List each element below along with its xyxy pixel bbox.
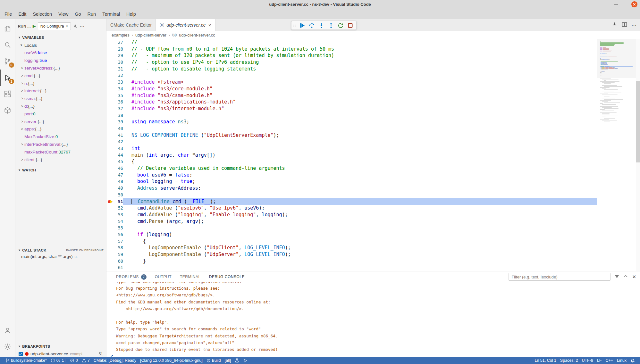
code-line[interactable]: 37#include "ns3/internet-module.h" [106,105,597,112]
gutter-glyph[interactable] [106,132,114,139]
code-line[interactable]: 42 [106,138,597,145]
panel-tab-output[interactable]: OUTPUT [155,271,172,282]
explorer-icon[interactable] [0,21,15,37]
variable-row[interactable]: >internet: {...} [15,87,106,95]
code-line[interactable]: 61 [106,264,597,271]
code-line[interactable]: 48 bool logging = true; [106,178,597,185]
code-line[interactable]: 50 [106,192,597,198]
errors-count[interactable]: 0 [68,357,80,364]
run-debug-icon[interactable]: 1 [0,70,15,86]
watch-header[interactable]: ▼ WATCH [15,166,106,174]
menu-go[interactable]: Go [72,9,84,19]
code-line[interactable]: 41NS_LOG_COMPONENT_DEFINE ("UdpClientSer… [106,132,597,139]
variable-row[interactable]: >serverAddress: {...} [15,64,106,72]
gutter-glyph[interactable] [106,231,114,238]
gutter-glyph[interactable] [106,52,114,59]
variable-row[interactable]: logging: true [15,57,106,64]
debug-console-output[interactable]: Type "show configuration" for configurat… [106,282,640,353]
gutter-glyph[interactable] [106,92,114,99]
sync-status[interactable]: 0↓ 1↑ [49,357,68,364]
code-line[interactable]: 51 CommandLine cmd (__FILE__); [106,198,597,205]
debug-filter-input[interactable] [509,273,611,281]
code-line[interactable]: 43int [106,145,597,152]
code-line[interactable]: 45{ [106,158,597,165]
step-out-icon[interactable] [327,21,335,29]
gutter-glyph[interactable] [106,105,114,112]
variable-row[interactable]: >server: {...} [15,118,106,125]
package-icon[interactable] [0,102,15,119]
variable-row[interactable]: useV6: false [15,49,106,57]
warnings-count[interactable]: 7 [80,357,92,364]
close-panel-icon[interactable]: ✕ [632,274,636,280]
breadcrumb-folder[interactable]: udp-client-server [135,33,166,37]
menu-edit[interactable]: Edit [15,9,29,19]
gutter-glyph[interactable] [106,264,114,271]
code-line[interactable]: 47 bool useV6 = false; [106,172,597,178]
search-icon[interactable] [0,37,15,53]
panel-tab-debug-console[interactable]: DEBUG CONSOLE [209,271,245,282]
menu-terminal[interactable]: Terminal [99,9,123,19]
gutter-glyph[interactable] [106,225,114,231]
more-actions-icon[interactable]: ··· [80,24,85,29]
variable-row[interactable]: MaxPacketSize: 0 [15,133,106,141]
tab-cmake-cache-editor[interactable]: CMake Cache Editor [106,19,156,31]
gutter-glyph[interactable] [106,211,114,218]
restart-icon[interactable] [336,21,345,29]
variable-row[interactable]: >apps: {...} [15,125,106,133]
cmake-test-button[interactable] [233,357,241,364]
tab-udp-client-server[interactable]: C udp-client-server.cc × [156,19,215,31]
gutter-glyph[interactable] [106,59,114,66]
gutter-glyph[interactable] [106,258,114,265]
minimap[interactable] [597,39,636,271]
eol-status[interactable]: LF [595,357,604,364]
gutter-glyph[interactable] [106,205,114,211]
code-line[interactable]: 32 [106,72,597,79]
gutter-glyph[interactable] [106,244,114,251]
chevron-up-icon[interactable] [623,274,628,280]
cmake-kit[interactable]: [Clang 12.0.0 x86_64-pc-linux-gnu] [138,357,205,364]
cmake-build-target[interactable]: [all] [223,357,232,364]
scope-locals[interactable]: ▼ Locals [15,41,106,49]
gutter-glyph[interactable] [106,138,114,145]
gutter-glyph[interactable] [106,251,114,258]
code-line[interactable]: 36#include "ns3/applications-module.h" [106,99,597,105]
toolbar-grip[interactable] [292,21,297,29]
code-line[interactable]: 60 } [106,258,597,265]
code-line[interactable]: 38 [106,112,597,119]
call-stack-header[interactable]: ▼ CALL STACK PAUSED ON BREAKPOINT [15,246,106,254]
code-line[interactable]: 34#include "ns3/core-module.h" [106,86,597,92]
variables-header[interactable]: ▼ VARIABLES [15,33,106,41]
panel-tab-problems[interactable]: PROBLEMS7 [116,271,147,282]
gutter-glyph[interactable] [106,152,114,159]
code-line[interactable]: 39using namespace ns3; [106,119,597,125]
code-line[interactable]: 57 { [106,238,597,245]
code-line[interactable]: 59 LogComponentEnable ("UdpServer", LOG_… [106,251,597,258]
account-icon[interactable] [0,322,15,339]
code-line[interactable]: 58 LogComponentEnable ("UdpClient", LOG_… [106,244,597,251]
close-tab-icon[interactable]: × [208,22,211,28]
code-line[interactable]: 28// - UDP flow from n0 to n1 of 1024 by… [106,46,597,53]
continue-icon[interactable] [298,21,306,29]
code-line[interactable]: 54 cmd.Parse (argc, argv); [106,218,597,225]
code-line[interactable]: 27// [106,39,597,46]
variable-row[interactable]: >d: {...} [15,103,106,110]
language-mode[interactable]: C++ [603,357,615,364]
git-branch-status[interactable]: buildsystem-cmake* [3,357,49,364]
variable-row[interactable]: >interPacketInterval: {...} [15,141,106,148]
current-line-breakpoint-icon[interactable] [106,198,114,205]
gutter-glyph[interactable] [106,218,114,225]
code-line[interactable]: 44main (int argc, char *argv[]) [106,152,597,159]
extensions-icon[interactable] [0,86,15,102]
step-into-icon[interactable] [317,21,325,29]
gutter-glyph[interactable] [106,119,114,125]
menu-help[interactable]: Help [123,9,139,19]
panel-tab-terminal[interactable]: TERMINAL [180,271,201,282]
breadcrumb-file[interactable]: udp-client-server.cc [179,33,215,37]
gutter-glyph[interactable] [106,79,114,86]
configure-gear-icon[interactable] [73,24,78,29]
debug-console-prompt[interactable]: > [106,353,640,357]
cmake-launch-button[interactable] [241,357,249,364]
gutter-glyph[interactable] [106,72,114,79]
stack-frame-row[interactable]: main(int argc, char ** argv) u. [15,254,106,262]
gutter-glyph[interactable] [106,192,114,198]
